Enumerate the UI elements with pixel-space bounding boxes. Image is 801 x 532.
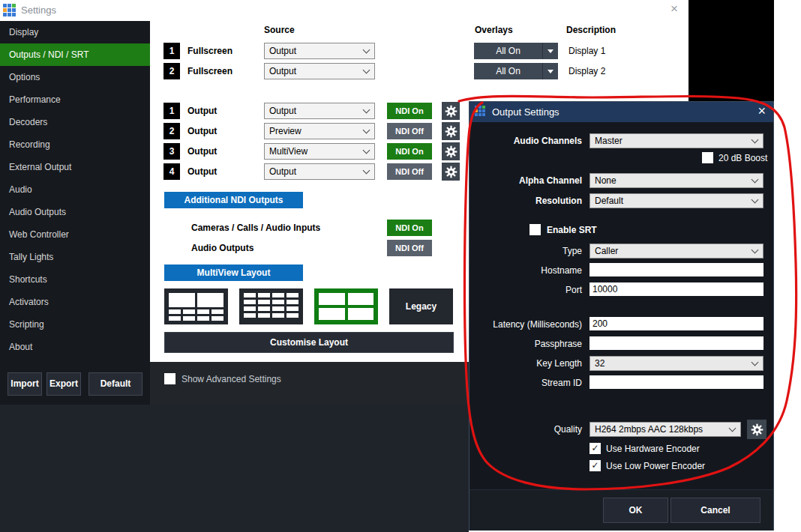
passphrase-input[interactable]: [590, 336, 764, 350]
alpha-channel-value: None: [595, 175, 616, 186]
ok-button[interactable]: OK: [603, 498, 668, 523]
output-3-settings-button[interactable]: [442, 142, 460, 160]
output-2-source-select[interactable]: Preview: [264, 123, 375, 139]
multiview-layout-tile-3-selected[interactable]: [314, 288, 378, 324]
audio-channels-select[interactable]: Master: [590, 133, 764, 148]
sidebar-item-shortcuts[interactable]: Shortcuts: [0, 268, 150, 291]
sidebar-item-decoders[interactable]: Decoders: [0, 111, 150, 133]
db-boost-checkbox[interactable]: [702, 152, 713, 163]
type-value: Caller: [595, 246, 618, 256]
hostname-input[interactable]: [590, 263, 764, 276]
chevron-down-icon: [752, 136, 759, 144]
chevron-down-icon: [363, 147, 370, 154]
multiview-layout-tile-1[interactable]: [164, 288, 228, 324]
fullscreen-2-source-select[interactable]: Output: [264, 63, 375, 79]
type-select[interactable]: Caller: [590, 244, 764, 259]
quality-settings-button[interactable]: [747, 420, 766, 439]
overlays-value: All On: [474, 43, 542, 59]
quality-value: H264 2mbps AAC 128kbps: [595, 424, 703, 435]
use-low-power-encoder-checkbox[interactable]: ✓: [590, 460, 601, 471]
legacy-label: Legacy: [406, 301, 436, 312]
source-column-header: Source: [264, 25, 295, 35]
sidebar-item-recording[interactable]: Recording: [0, 133, 150, 156]
output-settings-dialog: Output Settings × Audio Channels Master …: [469, 101, 774, 531]
output-4-source-value: Output: [269, 166, 296, 177]
enable-srt-checkbox[interactable]: [530, 224, 541, 235]
overlays-dropdown-arrow[interactable]: [542, 63, 558, 79]
sidebar-item-display[interactable]: Display: [0, 21, 150, 43]
hostname-label: Hostname: [470, 265, 582, 276]
gear-icon: [445, 145, 458, 158]
sidebar-item-web-controller[interactable]: Web Controller: [0, 223, 150, 246]
sidebar-item-tally-lights[interactable]: Tally Lights: [0, 246, 150, 268]
chevron-down-icon: [363, 167, 370, 175]
key-length-label: Key Length: [470, 358, 582, 369]
output-3-label: Output: [188, 146, 217, 157]
vmix-logo-icon: [475, 106, 485, 116]
output-2-settings-button[interactable]: [442, 122, 460, 140]
output-4-settings-button[interactable]: [442, 163, 460, 181]
latency-input[interactable]: [590, 317, 764, 330]
show-advanced-settings-checkbox[interactable]: [164, 373, 176, 384]
output-3-source-value: MultiView: [269, 146, 308, 157]
audio-outputs-ndi-toggle[interactable]: NDI Off: [387, 240, 432, 256]
screen: Settings × Display Outputs / NDI / SRT O…: [0, 0, 801, 532]
chevron-down-icon: [548, 70, 554, 73]
chevron-down-icon: [752, 176, 759, 184]
output-1-source-select[interactable]: Output: [264, 103, 375, 119]
sidebar-item-external-output[interactable]: External Output: [0, 156, 150, 178]
sidebar-item-outputs-ndi-srt[interactable]: Outputs / NDI / SRT: [0, 43, 150, 66]
import-button[interactable]: Import: [8, 372, 42, 396]
dialog-close-icon[interactable]: ×: [758, 103, 766, 119]
additional-ndi-outputs-button[interactable]: Additional NDI Outputs: [164, 192, 303, 208]
cancel-button[interactable]: Cancel: [670, 498, 760, 523]
sidebar-item-activators[interactable]: Activators: [0, 291, 150, 313]
output-1-ndi-toggle[interactable]: NDI On: [387, 103, 432, 119]
output-3-number: 3: [164, 143, 180, 160]
stream-id-label: Stream ID: [470, 378, 582, 388]
default-button[interactable]: Default: [88, 372, 142, 396]
customise-layout-button[interactable]: Customise Layout: [164, 332, 454, 353]
port-input[interactable]: [590, 282, 764, 296]
fullscreen-2-source-value: Output: [269, 66, 296, 76]
output-3-source-select[interactable]: MultiView: [264, 143, 375, 160]
output-1-source-value: Output: [269, 106, 296, 116]
output-1-settings-button[interactable]: [442, 102, 460, 120]
output-3-ndi-toggle[interactable]: NDI On: [387, 143, 432, 160]
sidebar-item-scripting[interactable]: Scripting: [0, 313, 150, 336]
overlays-dropdown-arrow[interactable]: [542, 43, 558, 59]
fullscreen-1-overlays-select[interactable]: All On: [474, 43, 558, 59]
chevron-down-icon: [363, 106, 370, 114]
sidebar-item-audio-outputs[interactable]: Audio Outputs: [0, 201, 150, 223]
export-button[interactable]: Export: [46, 372, 81, 396]
sidebar-item-options[interactable]: Options: [0, 66, 150, 88]
sidebar-item-audio[interactable]: Audio: [0, 178, 150, 201]
alpha-channel-select[interactable]: None: [590, 173, 764, 188]
sidebar-item-about[interactable]: About: [0, 336, 150, 358]
fullscreen-1-description: Display 1: [568, 46, 605, 56]
output-2-ndi-toggle[interactable]: NDI Off: [387, 123, 432, 139]
multiview-layout-button[interactable]: MultiView Layout: [164, 265, 303, 281]
fullscreen-2-overlays-select[interactable]: All On: [474, 63, 558, 79]
audio-channels-value: Master: [595, 136, 622, 146]
output-4-source-select[interactable]: Output: [264, 163, 375, 180]
key-length-select[interactable]: 32: [590, 356, 764, 371]
chevron-down-icon: [729, 425, 736, 432]
chevron-down-icon: [548, 49, 554, 53]
quality-select[interactable]: H264 2mbps AAC 128kbps: [590, 422, 741, 437]
description-column-header: Description: [566, 25, 616, 35]
use-hardware-encoder-checkbox[interactable]: ✓: [590, 443, 601, 454]
multiview-layout-legacy-button[interactable]: Legacy: [389, 288, 453, 324]
window-title: Settings: [21, 4, 56, 16]
multiview-layout-tile-2[interactable]: [239, 288, 303, 324]
sidebar-item-performance[interactable]: Performance: [0, 88, 150, 111]
dialog-titlebar[interactable]: Output Settings ×: [470, 102, 773, 122]
fullscreen-1-source-select[interactable]: Output: [264, 43, 375, 59]
resolution-select[interactable]: Default: [590, 193, 764, 208]
cameras-calls-audio-inputs-label: Cameras / Calls / Audio Inputs: [191, 223, 320, 233]
cameras-ndi-toggle[interactable]: NDI On: [387, 220, 432, 236]
latency-label: Latency (Milliseconds): [470, 319, 582, 330]
output-4-ndi-toggle[interactable]: NDI Off: [387, 163, 432, 180]
stream-id-input[interactable]: [590, 375, 764, 389]
window-close-icon[interactable]: ×: [670, 1, 678, 16]
